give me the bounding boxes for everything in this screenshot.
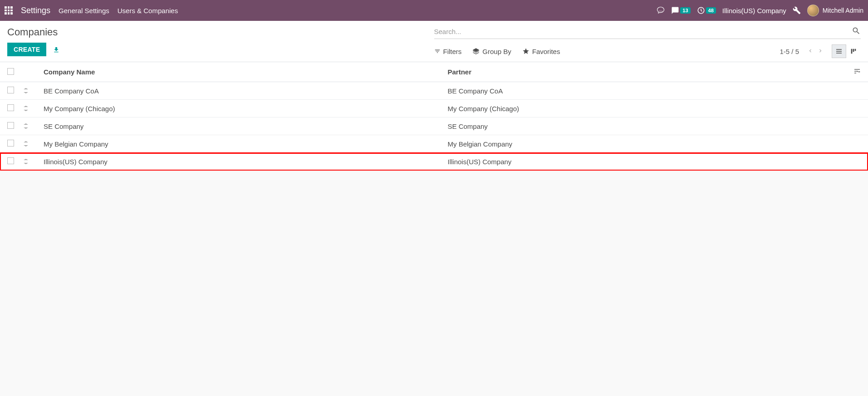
svg-point-0 [659,11,660,12]
table-row[interactable]: My Company (Chicago)My Company (Chicago) [0,100,868,117]
breadcrumb: Companies [7,26,434,38]
pager-next[interactable] [817,48,824,55]
top-navbar: Settings General Settings Users & Compan… [0,0,868,21]
search-input[interactable] [434,28,852,35]
optional-columns-icon[interactable] [853,68,861,76]
cell-partner: SE Company [444,117,848,135]
messages-badge: 13 [680,7,690,14]
drag-handle-icon[interactable] [24,159,28,164]
menu-users-companies[interactable]: Users & Companies [118,7,178,15]
groupby-dropdown[interactable]: Group By [472,48,511,55]
activities-badge: 48 [706,7,716,14]
debug-icon[interactable] [793,6,801,15]
row-checkbox[interactable] [7,140,14,147]
filters-dropdown[interactable]: Filters [434,48,462,55]
cell-partner: BE Company CoA [444,82,848,100]
pager-prev[interactable] [807,48,814,55]
drag-handle-icon[interactable] [24,88,28,93]
control-panel: Companies Create Filters [0,21,868,62]
cell-company-name: BE Company CoA [40,82,444,100]
drag-handle-icon[interactable] [24,141,28,147]
row-checkbox[interactable] [7,157,14,164]
cell-company-name: SE Company [40,117,444,135]
view-list-button[interactable] [832,44,846,58]
cell-company-name: My Company (Chicago) [40,100,444,117]
favorites-label: Favorites [532,48,560,55]
tray-messages-icon[interactable]: 13 [671,6,690,15]
view-kanban-button[interactable] [846,44,861,58]
app-brand[interactable]: Settings [21,6,50,15]
user-menu[interactable]: Mitchell Admin [807,5,863,16]
menu-general-settings[interactable]: General Settings [59,7,109,15]
row-checkbox[interactable] [7,122,14,129]
cell-company-name: Illinois(US) Company [40,153,444,171]
create-button[interactable]: Create [7,43,46,56]
import-button[interactable] [53,46,60,54]
select-all-checkbox[interactable] [7,68,14,75]
user-name: Mitchell Admin [823,7,863,14]
row-checkbox[interactable] [7,87,14,93]
table-row[interactable]: Illinois(US) CompanyIllinois(US) Company [0,153,868,171]
tray-activities-icon[interactable]: 48 [697,6,716,15]
apps-icon[interactable] [5,6,13,15]
pager-text: 1-5 / 5 [780,48,799,55]
list-view: Company Name Partner BE Company CoABE Co… [0,62,868,171]
drag-handle-icon[interactable] [24,123,28,129]
svg-point-2 [662,11,663,12]
search-icon[interactable] [852,26,861,37]
filters-label: Filters [443,48,462,55]
cell-company-name: My Belgian Company [40,135,444,153]
table-row[interactable]: SE CompanySE Company [0,117,868,135]
cell-partner: Illinois(US) Company [444,153,848,171]
table-row[interactable]: My Belgian CompanyMy Belgian Company [0,135,868,153]
table-row[interactable]: BE Company CoABE Company CoA [0,82,868,100]
drag-handle-icon[interactable] [24,106,28,111]
column-partner[interactable]: Partner [444,62,848,82]
favorites-dropdown[interactable]: Favorites [522,48,560,55]
company-switcher[interactable]: Illinois(US) Company [722,7,786,15]
svg-point-1 [661,11,662,12]
tray-phone-icon[interactable] [657,6,665,15]
row-checkbox[interactable] [7,104,14,111]
column-company-name[interactable]: Company Name [40,62,444,82]
cell-partner: My Belgian Company [444,135,848,153]
avatar [807,5,819,16]
cell-partner: My Company (Chicago) [444,100,848,117]
groupby-label: Group By [482,48,511,55]
